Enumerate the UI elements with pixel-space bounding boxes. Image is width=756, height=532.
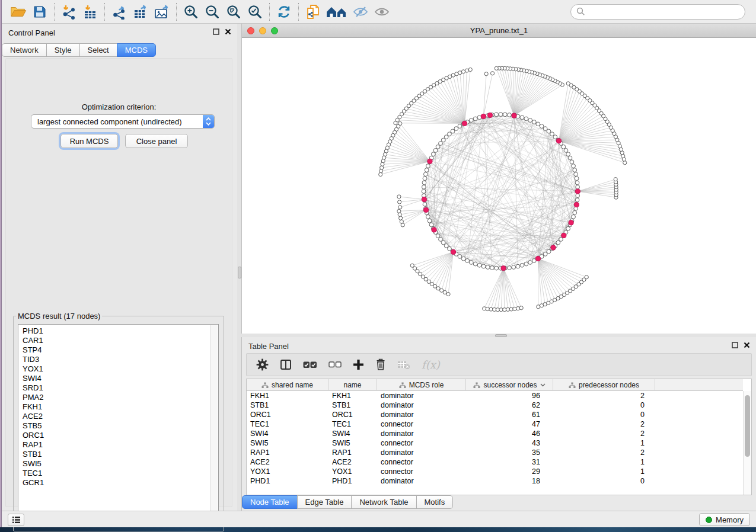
mcds-result-item[interactable]: PMA2 — [18, 393, 218, 402]
hide-selected-button[interactable] — [350, 2, 371, 21]
network-node[interactable] — [441, 241, 445, 245]
mcds-result-item[interactable]: TEC1 — [18, 469, 218, 478]
network-node[interactable] — [564, 149, 568, 153]
mcds-result-item[interactable]: SWI4 — [18, 374, 218, 383]
network-node[interactable] — [536, 122, 540, 126]
export-network-button[interactable] — [109, 2, 130, 21]
scrollbar-thumb[interactable] — [745, 395, 750, 457]
delete-column-button[interactable] — [375, 358, 386, 371]
mcds-result-item[interactable]: GCR1 — [18, 478, 218, 488]
network-node[interactable] — [528, 261, 532, 265]
network-node[interactable] — [540, 124, 544, 129]
criterion-dropdown[interactable]: largest connected component (undirected) — [31, 114, 215, 129]
column-header-MCDS-role[interactable]: MCDS role — [377, 379, 466, 391]
network-node[interactable] — [422, 181, 426, 185]
table-row[interactable]: RAP1RAP1dominator352 — [247, 448, 743, 457]
network-node[interactable] — [439, 238, 443, 242]
clone-network-button[interactable] — [302, 2, 324, 21]
mcds-result-item[interactable]: RAP1 — [18, 440, 218, 450]
network-node[interactable] — [448, 132, 452, 136]
network-node[interactable] — [399, 216, 403, 220]
network-node[interactable] — [499, 113, 503, 117]
open-session-button[interactable] — [8, 2, 29, 21]
mcds-node[interactable] — [501, 266, 506, 271]
table-row[interactable]: PHD1PHD1dominator180 — [247, 476, 743, 486]
column-layout-button[interactable] — [280, 359, 292, 370]
vertical-splitter[interactable] — [237, 24, 241, 511]
mcds-result-item[interactable]: SRD1 — [18, 383, 218, 393]
network-node[interactable] — [431, 152, 435, 156]
network-node[interactable] — [380, 166, 384, 169]
splitter-grip[interactable] — [238, 267, 241, 278]
network-node[interactable] — [436, 287, 440, 290]
network-node[interactable] — [423, 177, 427, 181]
splitter-grip[interactable] — [495, 334, 507, 337]
network-node[interactable] — [537, 305, 540, 309]
table-row[interactable]: SWI5SWI5connector431 — [247, 438, 743, 448]
network-node[interactable] — [576, 185, 580, 189]
table-row[interactable]: SWI4SWI4dominator462 — [247, 429, 743, 438]
network-node[interactable] — [559, 238, 563, 242]
table-row[interactable]: ORC1ORC1dominator610 — [247, 410, 743, 419]
mcds-result-item[interactable]: ORC1 — [18, 431, 218, 440]
mcds-result-list[interactable]: PHD1CAR1STP4TID3YOX1SWI4SRD1PMA2FKH1ACE2… — [18, 324, 219, 526]
network-node[interactable] — [448, 246, 452, 251]
mcds-node[interactable] — [556, 139, 561, 143]
network-node[interactable] — [461, 70, 465, 73]
network-node[interactable] — [458, 71, 462, 75]
network-node[interactable] — [423, 202, 427, 206]
mcds-node[interactable] — [462, 121, 467, 126]
network-node[interactable] — [573, 211, 577, 215]
network-node[interactable] — [575, 177, 579, 181]
network-node[interactable] — [516, 307, 519, 310]
network-node[interactable] — [436, 145, 440, 149]
network-node[interactable] — [512, 265, 516, 270]
network-node[interactable] — [473, 262, 477, 266]
mcds-node[interactable] — [535, 256, 540, 261]
network-node[interactable] — [543, 127, 547, 131]
mcds-node[interactable] — [481, 114, 486, 118]
float-window-icon[interactable] — [732, 342, 738, 348]
mcds-node[interactable] — [512, 113, 516, 118]
network-node[interactable] — [484, 72, 488, 76]
network-node[interactable] — [441, 138, 445, 142]
network-node[interactable] — [547, 249, 551, 254]
network-node[interactable] — [576, 194, 580, 198]
network-node[interactable] — [520, 116, 524, 120]
network-node[interactable] — [486, 307, 489, 310]
network-node[interactable] — [379, 172, 382, 176]
network-node[interactable] — [553, 135, 557, 139]
mcds-result-item[interactable]: SWI5 — [18, 459, 218, 469]
network-node[interactable] — [556, 241, 560, 245]
network-node[interactable] — [469, 261, 473, 265]
network-node[interactable] — [532, 120, 536, 124]
table-row[interactable]: TEC1TEC1connector472 — [247, 419, 743, 429]
deselect-all-button[interactable] — [328, 361, 342, 368]
column-header-name[interactable]: name — [328, 379, 377, 391]
network-node[interactable] — [473, 117, 477, 121]
task-history-button[interactable] — [8, 514, 24, 526]
mcds-result-item[interactable]: TID3 — [18, 355, 218, 364]
column-header-predecessor-nodes[interactable]: predecessor nodes — [553, 379, 655, 391]
network-node[interactable] — [481, 264, 486, 268]
network-node[interactable] — [508, 113, 512, 117]
network-node[interactable] — [381, 162, 384, 166]
network-node[interactable] — [524, 117, 528, 121]
network-node[interactable] — [397, 195, 401, 198]
mcds-node[interactable] — [422, 197, 426, 201]
select-all-button[interactable] — [303, 361, 317, 368]
network-node[interactable] — [519, 306, 523, 310]
network-node[interactable] — [573, 168, 577, 172]
zoom-selected-button[interactable] — [244, 2, 266, 21]
network-node[interactable] — [426, 214, 430, 219]
network-node[interactable] — [547, 129, 551, 133]
network-node[interactable] — [436, 234, 440, 238]
column-header-shared-name[interactable]: shared name — [247, 379, 328, 391]
table-settings-button[interactable] — [256, 358, 269, 371]
network-node[interactable] — [468, 68, 472, 71]
network-node[interactable] — [451, 129, 455, 133]
zoom-fit-button[interactable] — [223, 2, 244, 21]
network-node[interactable] — [394, 121, 397, 125]
close-icon[interactable] — [225, 28, 231, 35]
network-node[interactable] — [524, 262, 528, 266]
